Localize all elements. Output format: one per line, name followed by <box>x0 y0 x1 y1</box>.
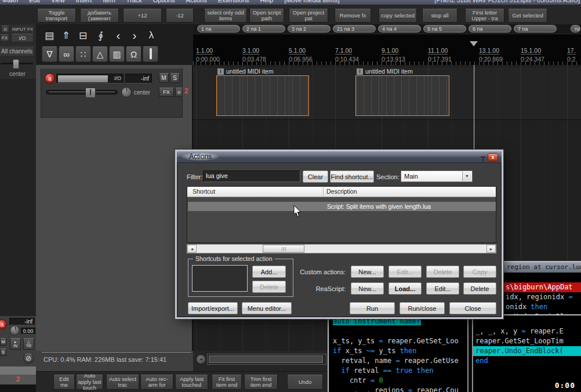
toolbar-button-auto-rec-arm[interactable]: Auto rec-arm for <box>140 375 173 390</box>
menu-editor-button[interactable]: Menu editor... <box>242 302 292 314</box>
mute-button[interactable]: M <box>159 73 169 83</box>
new-project-icon[interactable]: ▤ <box>42 28 56 42</box>
trim-envelope-button[interactable]: △ TR <box>23 338 34 350</box>
dialog-title-bar[interactable]: Actions ┳ x <box>177 151 502 163</box>
channels-selector[interactable]: All channels <box>0 46 34 56</box>
region-tab[interactable]: 7 na <box>514 25 557 32</box>
lock-icon[interactable] <box>143 46 158 62</box>
menu-actions[interactable]: Actions <box>186 0 207 3</box>
custom-copy-button[interactable]: Copy <box>463 266 496 278</box>
horizontal-scrollbar-thumb[interactable] <box>209 355 323 363</box>
custom-new-button[interactable]: New... <box>351 266 384 278</box>
toolbar-button-undo[interactable]: Undo <box>287 375 323 390</box>
region-tab[interactable]: nan <box>571 25 580 32</box>
toolbar-button-trim-first[interactable]: Trim first item end <box>244 375 278 390</box>
midi-item[interactable] <box>216 75 309 116</box>
scroll-left-icon[interactable]: ◄ <box>196 354 206 364</box>
toolbar-button-add-replace[interactable]: добавить (заменит <box>80 9 119 23</box>
close-icon[interactable]: x <box>488 153 498 161</box>
link-icon[interactable]: ∞ <box>59 46 74 62</box>
sync-icon[interactable]: Ω <box>126 46 141 62</box>
volume-slider-handle[interactable] <box>85 88 96 98</box>
custom-edit-button[interactable]: Edit... <box>388 266 422 278</box>
column-divider[interactable] <box>323 187 324 196</box>
menu-view[interactable]: View <box>51 0 65 3</box>
toolbar-button-first-letter-upper[interactable]: First letter Upper - tra <box>465 9 504 23</box>
region-tab[interactable]: 1 na <box>197 25 240 32</box>
redo-icon[interactable]: › <box>128 28 141 42</box>
fx-button[interactable]: FX <box>0 34 9 42</box>
grid-icon[interactable]: ∷ <box>75 46 91 62</box>
mixer-pan-knob[interactable] <box>10 325 20 335</box>
toolbar-button-plus12[interactable]: +12 <box>123 9 162 23</box>
open-project-icon[interactable]: ⇑ <box>59 28 73 42</box>
reascript-delete-button[interactable]: Delete <box>463 282 496 295</box>
shortcuts-listbox[interactable] <box>192 265 248 292</box>
toolbar-button-remove-fx[interactable]: Remove fx <box>335 9 371 23</box>
record-arm-button[interactable]: a <box>0 320 7 329</box>
toolbar-button-get-selected[interactable]: Get selected <box>508 9 547 23</box>
timeline-ruler[interactable]: 1.1.000:00.000 3.1.000:03.478 5.1.000:06… <box>193 34 581 66</box>
filter-input[interactable]: lua give <box>203 170 300 182</box>
save-project-icon[interactable]: ⊟ <box>76 28 90 42</box>
grid-lines-icon[interactable]: ▥ <box>109 46 125 62</box>
input-fx-label[interactable]: INPUT FX <box>12 26 34 32</box>
mixer-volume-readout[interactable]: -inf <box>9 318 35 325</box>
section-dropdown[interactable]: Main ▼ <box>401 170 473 182</box>
toolbar-button-open-project-path[interactable]: Open project pat <box>289 9 328 23</box>
find-shortcut-button[interactable]: Find shortcut... <box>330 170 374 183</box>
volume-slider[interactable] <box>46 90 118 95</box>
menu-extensions[interactable]: Extensions <box>218 0 249 3</box>
selected-action-row[interactable]: Script: Split items with given length.lu… <box>188 202 496 211</box>
toolbar-button-edit-me[interactable]: Edit me <box>53 375 75 390</box>
region-tab[interactable]: 2 na 1 <box>242 25 285 32</box>
menu-file[interactable]: Файл <box>2 0 18 3</box>
list-hscrollbar[interactable]: ◄ ► <box>187 244 496 253</box>
undo-icon[interactable]: ‹ <box>111 28 125 42</box>
pan-slider[interactable] <box>1 63 33 64</box>
action-list-icon[interactable]: λ <box>144 28 158 42</box>
menu-item[interactable]: Item <box>103 0 115 3</box>
pane-divider[interactable] <box>467 315 473 392</box>
toolbar-button-auto-apply[interactable]: Auto apply last touch <box>76 375 103 390</box>
list-header[interactable]: Shortcut Description <box>187 187 496 197</box>
mixer-mute-button[interactable]: M <box>0 338 6 346</box>
volume-readout[interactable]: -inf <box>125 74 152 84</box>
toolbar-button-toggle-transport[interactable]: Toggle transport <box>37 9 76 23</box>
close-button[interactable]: Close <box>449 302 496 314</box>
track-name-field[interactable]: I/O <box>56 74 124 84</box>
import-export-button[interactable]: Import/export... <box>188 302 238 314</box>
mixer-pan-readout[interactable]: 0.00 <box>21 328 35 335</box>
clear-button[interactable]: Clear <box>303 170 328 183</box>
power-icon[interactable]: ⊙ <box>1 26 9 33</box>
pan-slider-handle[interactable] <box>13 59 19 69</box>
custom-delete-button[interactable]: Delete <box>426 266 459 278</box>
item-info-icon[interactable]: i <box>357 68 363 75</box>
menu-edit[interactable]: Edit <box>29 0 40 3</box>
phase-button[interactable]: ⊘ <box>23 353 34 364</box>
toolbar-button-apply-last[interactable]: Apply last touched <box>175 375 208 390</box>
region-tab[interactable]: 3 na 2 <box>288 25 331 32</box>
region-tab[interactable]: 5 na 5 <box>423 25 466 32</box>
toolbar-button-select-odd-items[interactable]: select only odd items <box>204 9 247 23</box>
io-button[interactable]: I/O <box>114 75 121 81</box>
menu-options[interactable]: Options <box>153 0 175 3</box>
reascript-edit-button[interactable]: Edit... <box>426 282 459 295</box>
run-close-button[interactable]: Run/close <box>400 302 445 314</box>
pin-icon[interactable]: ┳ <box>481 153 485 161</box>
record-arm-button[interactable]: a <box>45 73 55 84</box>
code-pane-left[interactable]: auto instrument namerx_ts, y_ts = reaper… <box>329 317 467 392</box>
horizontal-scrollbar[interactable] <box>207 354 326 365</box>
item-info-icon[interactable]: i <box>217 68 224 75</box>
scroll-left-icon[interactable]: ◄ <box>187 245 197 253</box>
region-tab[interactable]: 4 na 4 <box>378 25 421 32</box>
track-fx-button[interactable]: FX <box>159 88 174 97</box>
pan-knob[interactable] <box>121 87 132 97</box>
hscrollbar-thumb[interactable] <box>263 245 304 253</box>
scroll-right-icon[interactable]: ► <box>486 245 496 253</box>
io-button[interactable]: I/O <box>11 34 34 42</box>
envelope-icon[interactable]: △ <box>92 46 108 62</box>
menu-help[interactable]: Help <box>260 0 274 3</box>
fx-bypass-icon[interactable]: ⊙ <box>175 88 183 97</box>
menu-track[interactable]: Track <box>126 0 142 3</box>
